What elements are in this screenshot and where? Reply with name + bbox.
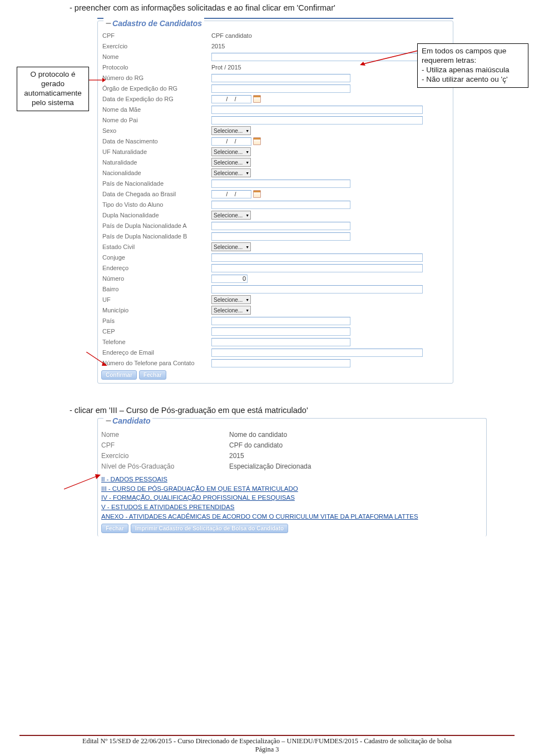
candidato-panel: –Candidato NomeNome do candidato CPFCPF … <box>97 418 487 536</box>
label-cep: CEP <box>101 328 211 335</box>
panel-legend: –Cadastro de Candidatos <box>103 17 204 29</box>
imprimir-button[interactable]: Imprimir Cadastro de Solicitação de Bols… <box>131 524 288 533</box>
label-visto: Tipo do Visto do Aluno <box>101 201 211 208</box>
label-pais: País <box>101 317 211 324</box>
footer-page-number: Página 3 <box>19 745 515 754</box>
label-exercicio: Exercício <box>101 43 211 49</box>
link-ii-dados-pessoais[interactable]: II - DADOS PESSOAIS <box>101 475 483 484</box>
select-sexo[interactable]: Selecione... <box>211 126 251 135</box>
value-cand-exercicio: 2015 <box>229 452 244 460</box>
footer-line-1: Edital Nº 15/SED de 22/06/2015 - Curso D… <box>19 737 515 745</box>
fechar-button-2[interactable]: Fechar <box>101 524 128 533</box>
callout-line: requerem letras: <box>422 56 476 64</box>
label-naturalidade: Naturalidade <box>101 159 211 166</box>
select-municipio[interactable]: Selecione... <box>211 306 251 315</box>
input-pais-nac[interactable] <box>211 180 350 188</box>
label-telefone: Telefone <box>101 339 211 345</box>
label-estado-civil: Estado Civil <box>101 243 211 250</box>
svg-line-6 <box>64 476 96 489</box>
label-bairro: Bairro <box>101 286 211 292</box>
label-email: Endereço de Email <box>101 349 211 356</box>
link-iv-formacao[interactable]: IV - FORMAÇÃO, QUALIFICAÇÃO PROFISSIONAL… <box>101 493 483 503</box>
select-nacionalidade[interactable]: Selecione... <box>211 168 251 177</box>
input-cep[interactable] <box>211 327 350 336</box>
label-cand-exercicio: Exercício <box>101 452 229 460</box>
input-pais[interactable] <box>211 317 350 325</box>
label-cand-nome: Nome <box>101 431 229 439</box>
label-uf-nat: UF Naturalidade <box>101 148 211 155</box>
input-visto[interactable] <box>211 201 350 209</box>
select-uf-nat[interactable]: Selecione... <box>211 147 251 156</box>
input-data-nasc[interactable] <box>211 137 251 146</box>
callout-line: O protocolo é <box>30 70 75 78</box>
input-pais-a[interactable] <box>211 222 350 230</box>
value-exercicio: 2015 <box>211 43 225 49</box>
label-dupla: Dupla Nacionalidade <box>101 212 211 218</box>
select-dupla[interactable]: Selecione... <box>211 211 251 220</box>
input-conjuge[interactable] <box>211 253 423 262</box>
input-orgao-rg[interactable] <box>211 84 350 93</box>
input-data-rg[interactable] <box>211 95 251 103</box>
value-cand-nivel: Especialização Direcionada <box>229 462 311 470</box>
value-cpf: CPF candidato <box>211 32 252 39</box>
label-nome-pai: Nome do Pai <box>101 117 211 123</box>
callout-line: gerado <box>41 79 65 88</box>
label-sexo: Sexo <box>101 127 211 134</box>
link-v-estudos[interactable]: V - ESTUDOS E ATIVIDADES PRETENDIDAS <box>101 503 483 512</box>
label-uf: UF <box>101 296 211 303</box>
candidato-legend: –Candidato <box>103 415 152 426</box>
label-pais-nac: País de Nacionalidade <box>101 180 211 187</box>
input-email[interactable] <box>211 349 423 357</box>
input-tel-contato[interactable] <box>211 359 350 367</box>
link-anexo-lattes[interactable]: ANEXO - ATIVIDADES ACADÊMICAS DE ACORDO … <box>101 512 483 521</box>
instruction-text-2: - clicar em 'III – Curso de Pós-graduaçã… <box>19 384 515 418</box>
svg-marker-7 <box>95 474 101 479</box>
footer-rule <box>19 735 515 736</box>
label-numero: Número <box>101 275 211 282</box>
svg-marker-1 <box>102 78 106 82</box>
label-cpf: CPF <box>101 32 211 39</box>
label-municipio: Município <box>101 307 211 314</box>
select-estado-civil[interactable]: Selecione... <box>211 242 251 251</box>
calendar-icon[interactable] <box>253 137 261 145</box>
select-uf[interactable]: Selecione... <box>211 295 251 304</box>
link-iii-curso-pos[interactable]: III - CURSO DE PÓS-GRADUAÇÃO EM QUE ESTÁ… <box>101 484 483 494</box>
svg-line-4 <box>86 352 105 364</box>
input-nome-pai[interactable] <box>211 116 423 125</box>
input-data-chegada[interactable] <box>211 190 251 198</box>
input-numero[interactable] <box>211 275 248 283</box>
callout-line: - Não utilizar acento ou 'ç' <box>422 75 507 83</box>
label-data-chegada: Data de Chegada ao Brasil <box>101 191 211 197</box>
input-telefone[interactable] <box>211 338 350 346</box>
value-prot-sep: / <box>224 64 226 71</box>
label-numero-rg: Número do RG <box>101 74 211 81</box>
value-prot-txt: Prot <box>211 64 222 71</box>
input-numero-rg[interactable] <box>211 74 350 82</box>
callout-line: pelo sistema <box>32 98 74 107</box>
callout-line: - Utiliza apenas maiúscula <box>422 66 510 74</box>
input-bairro[interactable] <box>211 285 423 294</box>
label-data-nasc: Data de Nascimento <box>101 138 211 145</box>
label-tel-contato: Número do Telefone para Contato <box>101 360 211 366</box>
label-pais-b: País de Dupla Nacionalidade B <box>101 233 211 240</box>
label-nacionalidade: Nacionalidade <box>101 170 211 176</box>
value-prot-year: 2015 <box>228 64 241 71</box>
label-conjuge: Conjuge <box>101 254 211 261</box>
callout-line: automaticamente <box>24 89 82 97</box>
input-nome-mae[interactable] <box>211 106 423 114</box>
input-pais-b[interactable] <box>211 232 350 241</box>
fechar-button[interactable]: Fechar <box>139 370 166 380</box>
label-pais-a: País de Dupla Nacionalidade A <box>101 222 211 229</box>
arrow-to-nome <box>360 49 418 68</box>
arrow-to-confirmar <box>86 352 108 368</box>
calendar-icon[interactable] <box>253 190 261 198</box>
label-nome-mae: Nome da Mãe <box>101 106 211 113</box>
input-endereco[interactable] <box>211 264 423 272</box>
select-naturalidade[interactable]: Selecione... <box>211 158 251 167</box>
label-data-rg: Data de Expedição do RG <box>101 96 211 102</box>
callout-line: Em todos os campos que <box>422 47 506 55</box>
arrow-to-protocolo <box>89 75 106 87</box>
value-cand-nome: Nome do candidato <box>229 431 287 439</box>
calendar-icon[interactable] <box>253 95 261 103</box>
confirmar-button[interactable]: Confirmar <box>101 370 137 380</box>
